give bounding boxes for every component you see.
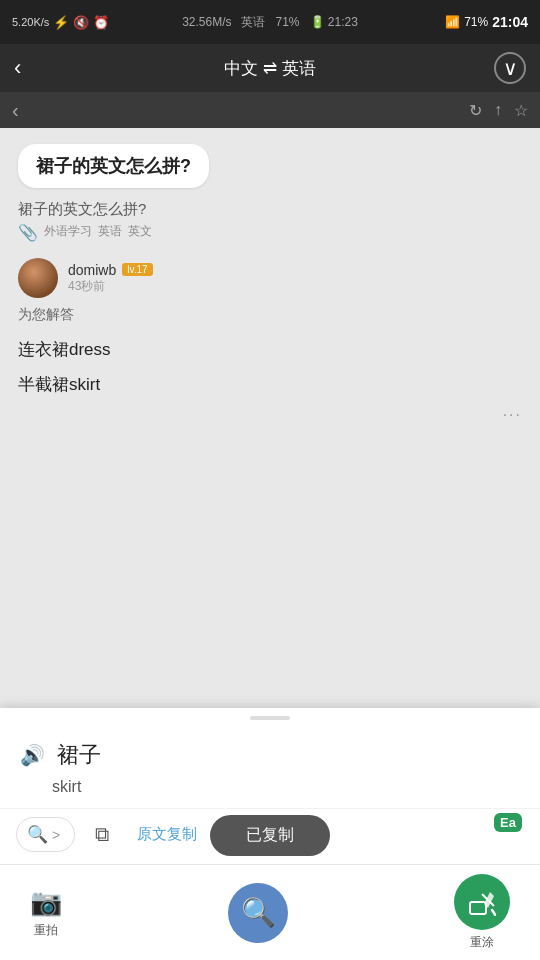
nav-bar: ‹ 中文 ⇌ 英语 ∨ <box>0 44 540 92</box>
wifi-icon: 📶 <box>445 15 460 29</box>
mute-icon: 🔇 <box>73 15 89 30</box>
copy-icon: ⧉ <box>95 823 109 845</box>
bluetooth-icon: ⚡ <box>53 15 69 30</box>
avatar <box>18 258 58 298</box>
retake-button[interactable]: 📷 重拍 <box>30 887 62 939</box>
edit-cursor-icon <box>468 888 496 916</box>
more-button[interactable]: ∨ <box>494 52 526 84</box>
popup-translation: skirt <box>0 778 540 808</box>
second-back-icon[interactable]: ‹ <box>12 99 19 122</box>
speed-indicator: 5.20K/s <box>12 16 49 28</box>
answer-header: domiwb lv.17 43秒前 <box>18 258 522 298</box>
tag-dot-icon: 📎 <box>18 223 38 242</box>
share-icon[interactable]: ↑ <box>494 101 502 120</box>
tag-2: 英文 <box>128 223 152 242</box>
svg-rect-0 <box>470 902 486 914</box>
alarm-icon: ⏰ <box>93 15 109 30</box>
copy-toast: 已复制 <box>210 815 330 856</box>
sub-question-text: 裙子的英文怎么拼? <box>18 200 522 219</box>
retake-label: 重拍 <box>34 922 58 939</box>
tags-row: 📎 外语学习 英语 英文 <box>18 223 522 242</box>
star-icon[interactable]: ☆ <box>514 101 528 120</box>
ea-button-group[interactable]: 重涂 <box>454 874 510 951</box>
tag-1: 英语 <box>98 223 122 242</box>
second-nav-icons: ↻ ↑ ☆ <box>469 101 528 120</box>
redraw-label: 重涂 <box>470 934 494 951</box>
center-search-button[interactable]: 🔍 <box>228 883 288 943</box>
drag-handle[interactable] <box>0 708 540 724</box>
status-bar: 5.20K/s ⚡ 🔇 ⏰ 32.56M/s 英语 71% 🔋 21:23 📶 … <box>0 0 540 44</box>
question-bubble: 裙子的英文怎么拼? <box>18 144 209 188</box>
center-search-icon: 🔍 <box>241 896 276 929</box>
speaker-icon[interactable]: 🔊 <box>20 743 45 767</box>
tag-0: 外语学习 <box>44 223 92 242</box>
chevron-down-icon: ∨ <box>503 56 518 80</box>
ea-badge: Ea <box>494 813 522 832</box>
search-icon: 🔍 <box>27 824 48 845</box>
search-action-button[interactable]: 🔍 > <box>16 817 75 852</box>
status-center: 32.56M/s 英语 71% 🔋 21:23 <box>182 14 358 31</box>
answer-time: 43秒前 <box>68 278 153 295</box>
page-wrapper: 5.20K/s ⚡ 🔇 ⏰ 32.56M/s 英语 71% 🔋 21:23 📶 … <box>0 0 540 960</box>
popup-word: 裙子 <box>57 740 101 770</box>
nav-title: 中文 ⇌ 英语 <box>224 57 315 80</box>
copy-original-button[interactable]: 原文复制 <box>129 821 205 848</box>
status-right: 📶 71% 21:04 <box>445 14 528 30</box>
main-content: 裙子的英文怎么拼? 裙子的英文怎么拼? 📎 外语学习 英语 英文 domiwb <box>0 128 540 708</box>
ea-button[interactable] <box>454 874 510 930</box>
back-button[interactable]: ‹ <box>14 55 21 81</box>
more-dots[interactable]: ··· <box>18 406 522 424</box>
bottom-toolbar: 📷 重拍 🔍 重涂 <box>0 864 540 960</box>
answer-meta: domiwb lv.17 43秒前 <box>68 262 153 295</box>
battery-text: 71% <box>464 15 488 29</box>
question-bubble-text: 裙子的英文怎么拼? <box>36 156 191 176</box>
refresh-icon[interactable]: ↻ <box>469 101 482 120</box>
content-area: 裙子的英文怎么拼? 裙子的英文怎么拼? 📎 外语学习 英语 英文 domiwb <box>0 128 540 960</box>
search-arrow: > <box>52 827 60 843</box>
answer-line-1: 半截裙skirt <box>18 371 522 398</box>
svg-line-3 <box>492 910 496 916</box>
drag-line <box>250 716 290 720</box>
answer-line-0: 连衣裙dress <box>18 336 522 363</box>
avatar-image <box>18 258 58 298</box>
popup-top: 🔊 裙子 <box>0 724 540 778</box>
copy-icon-button[interactable]: ⧉ <box>87 819 117 850</box>
status-left: 5.20K/s ⚡ 🔇 ⏰ <box>12 15 109 30</box>
second-nav: ‹ ↻ ↑ ☆ <box>0 92 540 128</box>
time-display: 21:04 <box>492 14 528 30</box>
answer-username: domiwb <box>68 262 116 278</box>
answer-level-badge: lv.17 <box>122 263 152 276</box>
camera-icon: 📷 <box>30 887 62 918</box>
answer-intro: 为您解答 <box>18 306 522 324</box>
